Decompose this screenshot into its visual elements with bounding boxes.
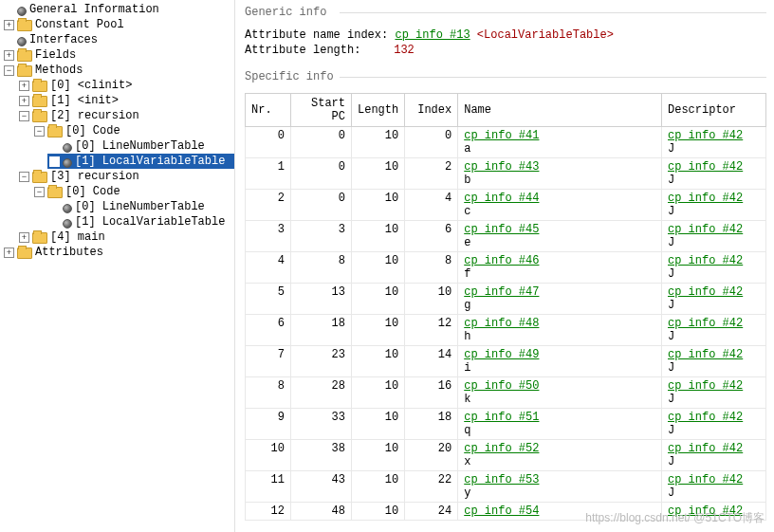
leaf-icon bbox=[17, 37, 27, 46]
cell-start: 0 bbox=[291, 190, 352, 221]
tree-item-lnt-3[interactable]: [0] LineNumberTable bbox=[47, 199, 234, 214]
table-row[interactable]: 10102cp_info #43bcp_info #42J bbox=[246, 158, 766, 190]
desc-link[interactable]: cp_info #42 bbox=[668, 223, 760, 236]
name-link[interactable]: cp_info #47 bbox=[464, 285, 655, 299]
desc-link[interactable]: cp_info #42 bbox=[668, 254, 760, 267]
desc-link[interactable]: cp_info #42 bbox=[668, 348, 760, 361]
cell-desc: cp_info #42J bbox=[662, 221, 766, 252]
tree-item-interfaces[interactable]: Interfaces bbox=[2, 32, 234, 47]
cell-start: 0 bbox=[291, 127, 352, 158]
tree-label: [0] <clinit> bbox=[50, 78, 132, 93]
collapse-icon[interactable]: − bbox=[4, 65, 14, 76]
name-link[interactable]: cp_info #53 bbox=[464, 473, 655, 486]
expand-icon[interactable]: + bbox=[4, 20, 14, 30]
col-name[interactable]: Name bbox=[458, 94, 662, 127]
cell-len: 10 bbox=[352, 190, 405, 221]
col-nr[interactable]: Nr. bbox=[246, 94, 291, 127]
table-row[interactable]: 33106cp_info #45ecp_info #42J bbox=[246, 221, 766, 252]
name-link[interactable]: cp_info #43 bbox=[464, 160, 655, 174]
folder-icon bbox=[32, 81, 47, 92]
table-row[interactable]: 20104cp_info #44ccp_info #42J bbox=[246, 190, 766, 221]
tree-item-method-1[interactable]: +[1] <init> bbox=[17, 93, 234, 108]
cell-start: 33 bbox=[291, 409, 352, 440]
attr-name-row: Attribute name index: cp_info #13 <Local… bbox=[245, 28, 766, 42]
desc-value: J bbox=[668, 236, 674, 249]
tree-label: [4] main bbox=[50, 229, 105, 245]
tree-item-lnt-2[interactable]: [0] LineNumberTable bbox=[47, 138, 234, 154]
expand-icon[interactable]: + bbox=[19, 232, 29, 243]
cell-name: cp_info #51q bbox=[458, 409, 662, 440]
desc-link[interactable]: cp_info #42 bbox=[668, 285, 760, 299]
cell-idx: 16 bbox=[405, 377, 458, 409]
collapse-icon[interactable]: − bbox=[19, 172, 29, 182]
name-link[interactable]: cp_info #49 bbox=[464, 348, 655, 361]
cell-start: 0 bbox=[291, 158, 352, 190]
name-link[interactable]: cp_info #44 bbox=[464, 192, 655, 205]
expand-icon[interactable]: + bbox=[4, 248, 14, 258]
tree-item-method-4[interactable]: +[4] main bbox=[17, 229, 234, 245]
table-row[interactable]: 5131010cp_info #47gcp_info #42J bbox=[246, 284, 766, 315]
desc-value: J bbox=[668, 142, 674, 156]
desc-link[interactable]: cp_info #42 bbox=[668, 192, 760, 205]
desc-link[interactable]: cp_info #42 bbox=[668, 411, 760, 424]
name-link[interactable]: cp_info #45 bbox=[464, 223, 655, 236]
tree-item-fields[interactable]: +Fields bbox=[2, 47, 234, 63]
name-link[interactable]: cp_info #41 bbox=[464, 129, 655, 142]
attr-name-link[interactable]: cp_info #13 bbox=[395, 28, 470, 42]
tree-item-general-info[interactable]: General Information bbox=[2, 2, 234, 17]
folder-icon bbox=[32, 111, 47, 122]
col-start-pc[interactable]: Start PC bbox=[291, 94, 352, 127]
table-row[interactable]: 00100cp_info #41acp_info #42J bbox=[246, 127, 766, 158]
table-row[interactable]: 9331018cp_info #51qcp_info #42J bbox=[246, 409, 766, 440]
expand-icon[interactable]: + bbox=[19, 81, 29, 91]
name-link[interactable]: cp_info #46 bbox=[464, 254, 655, 267]
tree-item-lvt-2[interactable]: [1] LocalVariableTable bbox=[47, 154, 234, 169]
table-row[interactable]: 6181012cp_info #48hcp_info #42J bbox=[246, 315, 766, 346]
collapse-icon[interactable]: − bbox=[34, 126, 45, 137]
tree-item-constant-pool[interactable]: +Constant Pool bbox=[2, 17, 234, 32]
tree-item-method-0[interactable]: +[0] <clinit> bbox=[17, 78, 234, 93]
cell-name: cp_info #41a bbox=[458, 127, 662, 158]
table-row[interactable]: 7231014cp_info #49icp_info #42J bbox=[246, 346, 766, 377]
tree-item-lvt-3[interactable]: [1] LocalVariableTable bbox=[47, 214, 234, 229]
name-value: k bbox=[464, 393, 470, 406]
cell-idx: 18 bbox=[405, 409, 458, 440]
cell-name: cp_info #47g bbox=[458, 284, 662, 315]
desc-link[interactable]: cp_info #42 bbox=[668, 473, 760, 486]
name-link[interactable]: cp_info #52 bbox=[464, 442, 655, 455]
col-index[interactable]: Index bbox=[405, 94, 458, 127]
tree-item-methods[interactable]: −Methods bbox=[2, 63, 234, 78]
tree-item-method-2[interactable]: −[2] recursion bbox=[17, 108, 234, 123]
name-link[interactable]: cp_info #51 bbox=[464, 411, 655, 424]
cell-nr: 6 bbox=[246, 315, 291, 346]
leaf-icon bbox=[63, 219, 72, 229]
tree-item-attributes[interactable]: +Attributes bbox=[2, 245, 234, 260]
desc-value: J bbox=[668, 299, 674, 312]
tree-item-code-2[interactable]: −[0] Code bbox=[32, 123, 234, 138]
tree-item-code-3[interactable]: −[0] Code bbox=[32, 184, 234, 199]
desc-link[interactable]: cp_info #42 bbox=[668, 442, 760, 455]
folder-icon bbox=[32, 96, 47, 107]
col-descriptor[interactable]: Descriptor bbox=[662, 94, 766, 127]
cell-name: cp_info #45e bbox=[458, 221, 662, 252]
table-row[interactable]: 11431022cp_info #53ycp_info #42J bbox=[246, 471, 766, 503]
desc-link[interactable]: cp_info #42 bbox=[668, 129, 760, 142]
desc-link[interactable]: cp_info #42 bbox=[668, 317, 760, 330]
expand-icon[interactable]: + bbox=[4, 50, 14, 61]
table-row[interactable]: 48108cp_info #46fcp_info #42J bbox=[246, 252, 766, 284]
expand-icon[interactable]: + bbox=[19, 96, 29, 106]
collapse-icon[interactable]: − bbox=[19, 111, 29, 121]
desc-link[interactable]: cp_info #42 bbox=[668, 160, 760, 174]
tree-item-method-3[interactable]: −[3] recursion bbox=[17, 169, 234, 184]
name-link[interactable]: cp_info #50 bbox=[464, 379, 655, 393]
cell-len: 10 bbox=[352, 471, 405, 503]
tree-label: [1] LocalVariableTable bbox=[75, 154, 225, 169]
table-row[interactable]: 8281016cp_info #50kcp_info #42J bbox=[246, 377, 766, 409]
cell-len: 10 bbox=[352, 127, 405, 158]
desc-link[interactable]: cp_info #42 bbox=[668, 379, 760, 393]
name-link[interactable]: cp_info #48 bbox=[464, 317, 655, 330]
cell-idx: 10 bbox=[405, 284, 458, 315]
col-length[interactable]: Length bbox=[352, 94, 405, 127]
collapse-icon[interactable]: − bbox=[34, 187, 45, 197]
table-row[interactable]: 10381020cp_info #52xcp_info #42J bbox=[246, 440, 766, 471]
